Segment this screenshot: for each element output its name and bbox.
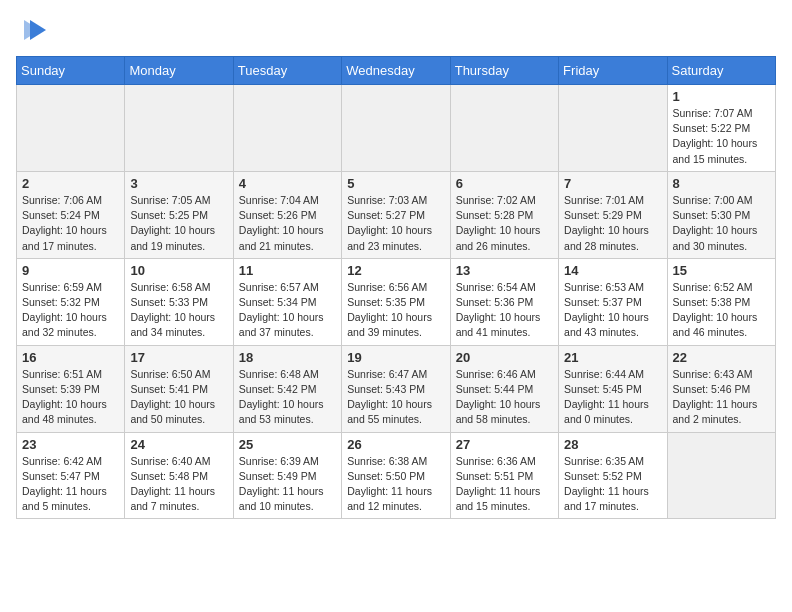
day-info: Sunrise: 6:35 AM Sunset: 5:52 PM Dayligh… bbox=[564, 454, 661, 515]
calendar-cell: 13Sunrise: 6:54 AM Sunset: 5:36 PM Dayli… bbox=[450, 258, 558, 345]
day-info: Sunrise: 6:48 AM Sunset: 5:42 PM Dayligh… bbox=[239, 367, 336, 428]
day-number: 22 bbox=[673, 350, 770, 365]
day-info: Sunrise: 6:59 AM Sunset: 5:32 PM Dayligh… bbox=[22, 280, 119, 341]
day-info: Sunrise: 6:53 AM Sunset: 5:37 PM Dayligh… bbox=[564, 280, 661, 341]
calendar-header-friday: Friday bbox=[559, 57, 667, 85]
day-info: Sunrise: 7:00 AM Sunset: 5:30 PM Dayligh… bbox=[673, 193, 770, 254]
day-info: Sunrise: 6:44 AM Sunset: 5:45 PM Dayligh… bbox=[564, 367, 661, 428]
day-number: 9 bbox=[22, 263, 119, 278]
day-number: 17 bbox=[130, 350, 227, 365]
day-info: Sunrise: 6:57 AM Sunset: 5:34 PM Dayligh… bbox=[239, 280, 336, 341]
calendar-cell: 25Sunrise: 6:39 AM Sunset: 5:49 PM Dayli… bbox=[233, 432, 341, 519]
calendar-cell bbox=[667, 432, 775, 519]
day-number: 10 bbox=[130, 263, 227, 278]
calendar-cell: 19Sunrise: 6:47 AM Sunset: 5:43 PM Dayli… bbox=[342, 345, 450, 432]
day-info: Sunrise: 6:52 AM Sunset: 5:38 PM Dayligh… bbox=[673, 280, 770, 341]
day-number: 1 bbox=[673, 89, 770, 104]
calendar-cell: 22Sunrise: 6:43 AM Sunset: 5:46 PM Dayli… bbox=[667, 345, 775, 432]
calendar-cell: 7Sunrise: 7:01 AM Sunset: 5:29 PM Daylig… bbox=[559, 171, 667, 258]
calendar-week-4: 16Sunrise: 6:51 AM Sunset: 5:39 PM Dayli… bbox=[17, 345, 776, 432]
calendar-cell bbox=[233, 85, 341, 172]
day-number: 18 bbox=[239, 350, 336, 365]
day-number: 24 bbox=[130, 437, 227, 452]
calendar-cell: 4Sunrise: 7:04 AM Sunset: 5:26 PM Daylig… bbox=[233, 171, 341, 258]
calendar-header-wednesday: Wednesday bbox=[342, 57, 450, 85]
calendar-cell: 2Sunrise: 7:06 AM Sunset: 5:24 PM Daylig… bbox=[17, 171, 125, 258]
day-number: 27 bbox=[456, 437, 553, 452]
calendar-cell: 23Sunrise: 6:42 AM Sunset: 5:47 PM Dayli… bbox=[17, 432, 125, 519]
day-number: 16 bbox=[22, 350, 119, 365]
calendar-cell: 6Sunrise: 7:02 AM Sunset: 5:28 PM Daylig… bbox=[450, 171, 558, 258]
day-number: 20 bbox=[456, 350, 553, 365]
calendar-cell: 27Sunrise: 6:36 AM Sunset: 5:51 PM Dayli… bbox=[450, 432, 558, 519]
calendar-header-row: SundayMondayTuesdayWednesdayThursdayFrid… bbox=[17, 57, 776, 85]
calendar-week-3: 9Sunrise: 6:59 AM Sunset: 5:32 PM Daylig… bbox=[17, 258, 776, 345]
day-number: 28 bbox=[564, 437, 661, 452]
calendar-week-1: 1Sunrise: 7:07 AM Sunset: 5:22 PM Daylig… bbox=[17, 85, 776, 172]
day-number: 11 bbox=[239, 263, 336, 278]
day-number: 21 bbox=[564, 350, 661, 365]
calendar-cell: 10Sunrise: 6:58 AM Sunset: 5:33 PM Dayli… bbox=[125, 258, 233, 345]
calendar-week-5: 23Sunrise: 6:42 AM Sunset: 5:47 PM Dayli… bbox=[17, 432, 776, 519]
calendar-cell bbox=[450, 85, 558, 172]
day-number: 14 bbox=[564, 263, 661, 278]
calendar-header-thursday: Thursday bbox=[450, 57, 558, 85]
day-info: Sunrise: 7:06 AM Sunset: 5:24 PM Dayligh… bbox=[22, 193, 119, 254]
calendar-cell: 5Sunrise: 7:03 AM Sunset: 5:27 PM Daylig… bbox=[342, 171, 450, 258]
calendar-cell bbox=[342, 85, 450, 172]
day-number: 2 bbox=[22, 176, 119, 191]
calendar-header-monday: Monday bbox=[125, 57, 233, 85]
calendar-cell: 8Sunrise: 7:00 AM Sunset: 5:30 PM Daylig… bbox=[667, 171, 775, 258]
logo bbox=[16, 16, 48, 44]
day-number: 8 bbox=[673, 176, 770, 191]
calendar-header-tuesday: Tuesday bbox=[233, 57, 341, 85]
day-number: 7 bbox=[564, 176, 661, 191]
day-info: Sunrise: 7:03 AM Sunset: 5:27 PM Dayligh… bbox=[347, 193, 444, 254]
day-info: Sunrise: 6:46 AM Sunset: 5:44 PM Dayligh… bbox=[456, 367, 553, 428]
day-info: Sunrise: 6:36 AM Sunset: 5:51 PM Dayligh… bbox=[456, 454, 553, 515]
day-info: Sunrise: 6:51 AM Sunset: 5:39 PM Dayligh… bbox=[22, 367, 119, 428]
day-number: 5 bbox=[347, 176, 444, 191]
calendar-cell: 11Sunrise: 6:57 AM Sunset: 5:34 PM Dayli… bbox=[233, 258, 341, 345]
calendar-cell: 12Sunrise: 6:56 AM Sunset: 5:35 PM Dayli… bbox=[342, 258, 450, 345]
day-info: Sunrise: 6:38 AM Sunset: 5:50 PM Dayligh… bbox=[347, 454, 444, 515]
day-number: 25 bbox=[239, 437, 336, 452]
calendar-cell: 17Sunrise: 6:50 AM Sunset: 5:41 PM Dayli… bbox=[125, 345, 233, 432]
calendar-week-2: 2Sunrise: 7:06 AM Sunset: 5:24 PM Daylig… bbox=[17, 171, 776, 258]
page-header bbox=[16, 16, 776, 44]
day-info: Sunrise: 7:05 AM Sunset: 5:25 PM Dayligh… bbox=[130, 193, 227, 254]
day-number: 23 bbox=[22, 437, 119, 452]
calendar-cell: 26Sunrise: 6:38 AM Sunset: 5:50 PM Dayli… bbox=[342, 432, 450, 519]
day-number: 3 bbox=[130, 176, 227, 191]
calendar-cell: 9Sunrise: 6:59 AM Sunset: 5:32 PM Daylig… bbox=[17, 258, 125, 345]
calendar-header-sunday: Sunday bbox=[17, 57, 125, 85]
calendar-cell: 1Sunrise: 7:07 AM Sunset: 5:22 PM Daylig… bbox=[667, 85, 775, 172]
day-number: 13 bbox=[456, 263, 553, 278]
calendar-cell: 21Sunrise: 6:44 AM Sunset: 5:45 PM Dayli… bbox=[559, 345, 667, 432]
calendar-cell bbox=[17, 85, 125, 172]
logo-icon bbox=[20, 16, 48, 44]
calendar-cell: 18Sunrise: 6:48 AM Sunset: 5:42 PM Dayli… bbox=[233, 345, 341, 432]
calendar-cell: 15Sunrise: 6:52 AM Sunset: 5:38 PM Dayli… bbox=[667, 258, 775, 345]
day-info: Sunrise: 7:02 AM Sunset: 5:28 PM Dayligh… bbox=[456, 193, 553, 254]
day-info: Sunrise: 6:50 AM Sunset: 5:41 PM Dayligh… bbox=[130, 367, 227, 428]
calendar-cell: 24Sunrise: 6:40 AM Sunset: 5:48 PM Dayli… bbox=[125, 432, 233, 519]
day-info: Sunrise: 7:04 AM Sunset: 5:26 PM Dayligh… bbox=[239, 193, 336, 254]
day-number: 26 bbox=[347, 437, 444, 452]
day-info: Sunrise: 7:07 AM Sunset: 5:22 PM Dayligh… bbox=[673, 106, 770, 167]
calendar-cell: 28Sunrise: 6:35 AM Sunset: 5:52 PM Dayli… bbox=[559, 432, 667, 519]
day-info: Sunrise: 6:42 AM Sunset: 5:47 PM Dayligh… bbox=[22, 454, 119, 515]
day-number: 6 bbox=[456, 176, 553, 191]
day-info: Sunrise: 6:39 AM Sunset: 5:49 PM Dayligh… bbox=[239, 454, 336, 515]
calendar-cell: 3Sunrise: 7:05 AM Sunset: 5:25 PM Daylig… bbox=[125, 171, 233, 258]
calendar-table: SundayMondayTuesdayWednesdayThursdayFrid… bbox=[16, 56, 776, 519]
day-info: Sunrise: 6:54 AM Sunset: 5:36 PM Dayligh… bbox=[456, 280, 553, 341]
day-number: 15 bbox=[673, 263, 770, 278]
day-info: Sunrise: 6:40 AM Sunset: 5:48 PM Dayligh… bbox=[130, 454, 227, 515]
calendar-cell bbox=[125, 85, 233, 172]
day-info: Sunrise: 6:56 AM Sunset: 5:35 PM Dayligh… bbox=[347, 280, 444, 341]
day-number: 12 bbox=[347, 263, 444, 278]
calendar-cell: 14Sunrise: 6:53 AM Sunset: 5:37 PM Dayli… bbox=[559, 258, 667, 345]
day-number: 4 bbox=[239, 176, 336, 191]
calendar-header-saturday: Saturday bbox=[667, 57, 775, 85]
